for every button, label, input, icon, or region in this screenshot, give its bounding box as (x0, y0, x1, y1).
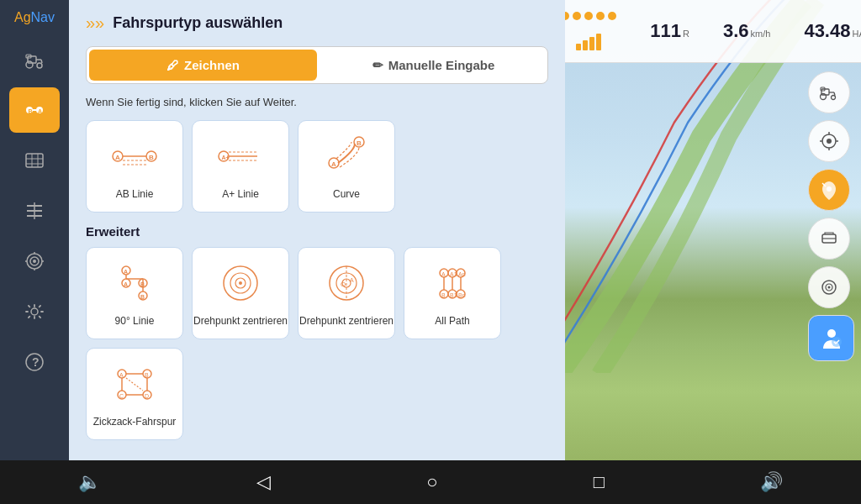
sidebar-item-guidance[interactable] (9, 188, 60, 234)
bottom-nav: 🔈 ◁ ○ □ 🔊 (0, 460, 861, 504)
tab-manual-label: Manuelle Eingabe (388, 58, 495, 72)
svg-text:C: C (119, 393, 124, 399)
volume-up-btn[interactable]: 🔊 (743, 465, 800, 500)
map-controls (808, 71, 854, 361)
option-pivot1[interactable]: Drehpunkt zentrieren (192, 247, 289, 339)
volume-down-btn[interactable]: 🔈 (61, 465, 118, 500)
svg-text:B: B (441, 292, 446, 298)
svg-point-22 (33, 260, 36, 263)
ha-unit: HA (852, 29, 861, 39)
sidebar-item-ab-line[interactable]: B A (9, 87, 60, 133)
svg-line-4 (41, 60, 42, 63)
basic-options-grid: A B AB Linie A+ (86, 120, 548, 213)
svg-point-113 (828, 286, 831, 289)
advanced-options-grid: A B A B 90° Linie (86, 247, 548, 440)
tab-bar: 🖊 Zeichnen ✏ Manuelle Eingabe (86, 46, 548, 84)
logo-ag: Ag (14, 10, 31, 25)
gps-bars (576, 25, 601, 50)
option-curve[interactable]: B A Curve (298, 120, 395, 213)
tab-manual[interactable]: ✏ Manuelle Eingabe (320, 47, 547, 83)
ab-linie-label: AB Linie (116, 188, 154, 202)
signal-dots (565, 12, 616, 20)
svg-text:Bn: Bn (458, 292, 466, 298)
option-zigzag[interactable]: A B C D Zickzack-Fahrspur (86, 348, 183, 440)
option-all-path[interactable]: B B1 Bn A A1 An (404, 247, 501, 339)
svg-text:A: A (119, 372, 124, 378)
svg-text:B: B (145, 372, 149, 378)
option-90-linie[interactable]: A B A B 90° Linie (86, 247, 183, 339)
gps-bar-4 (596, 34, 601, 50)
svg-text:B: B (149, 154, 154, 161)
sidebar-item-settings[interactable] (9, 289, 60, 334)
speed-value: 111 (650, 20, 681, 42)
svg-point-97 (832, 96, 836, 100)
map-btn-driver[interactable] (808, 315, 854, 361)
signal-dot-1 (565, 12, 569, 20)
svg-point-2 (37, 63, 42, 68)
sidebar-item-help[interactable]: ? (9, 339, 60, 385)
pivot1-icon (215, 258, 266, 308)
map-btn-layer[interactable] (808, 218, 850, 260)
svg-text:A: A (350, 277, 354, 283)
tab-draw-label: Zeichnen (184, 58, 240, 72)
svg-point-60 (239, 281, 242, 285)
sidebar-item-tractor[interactable] (9, 37, 60, 82)
90-linie-icon: A B A B (109, 258, 160, 308)
option-ab-linie[interactable]: A B AB Linie (86, 120, 183, 213)
home-btn[interactable]: ○ (409, 465, 454, 500)
back-btn[interactable]: ◁ (240, 465, 288, 500)
map-btn-tractor[interactable] (808, 71, 850, 113)
svg-text:B: B (140, 294, 145, 300)
signal-dot-2 (573, 12, 581, 20)
map-btn-active-orange[interactable] (808, 169, 850, 211)
option-pivot2[interactable]: O A Drehpunkt zentrieren (298, 247, 395, 339)
svg-text:D: D (145, 393, 149, 399)
sidebar-item-signal[interactable] (9, 239, 60, 284)
gps-signal-item (565, 12, 616, 50)
tab-manual-icon: ✏ (372, 58, 383, 73)
svg-text:B: B (357, 139, 362, 147)
map-area: 111 R 3.6 km/h 43.48 HA (565, 0, 861, 460)
svg-text:A: A (124, 269, 128, 275)
tab-draw[interactable]: 🖊 Zeichnen (89, 50, 317, 81)
svg-text:A: A (38, 108, 42, 114)
option-aplus-linie[interactable]: A+ A+ Linie (192, 120, 289, 213)
kmh-unit: km/h (751, 29, 771, 39)
svg-text:?: ? (32, 355, 40, 369)
sidebar: AgNav B A (0, 0, 69, 460)
arrows-icon: »» (86, 13, 104, 33)
svg-text:A: A (115, 154, 120, 161)
90-linie-label: 90° Linie (115, 315, 155, 328)
speed-item: 111 R (650, 20, 689, 42)
map-status-bar: 111 R 3.6 km/h 43.48 HA (565, 0, 861, 63)
speed-suffix: R (683, 29, 689, 39)
signal-dot-5 (608, 12, 616, 20)
svg-line-94 (126, 378, 143, 391)
svg-line-99 (834, 92, 835, 96)
ha-value: 43.48 (804, 20, 850, 42)
svg-rect-11 (26, 154, 43, 167)
svg-text:B: B (29, 108, 33, 114)
curve-icon: B A (321, 131, 372, 181)
advanced-section-label: Erweitert (86, 224, 548, 239)
zigzag-icon: A B C D (109, 359, 160, 409)
svg-text:O: O (341, 281, 346, 288)
svg-text:A: A (124, 281, 128, 287)
gps-bar-1 (576, 44, 581, 50)
ab-linie-icon: A B (109, 131, 160, 181)
all-path-icon: B B1 Bn A A1 An (427, 258, 478, 308)
svg-text:A: A (331, 160, 336, 168)
sidebar-item-field[interactable] (9, 138, 60, 183)
svg-text:A+: A+ (222, 155, 230, 160)
ha-item: 43.48 HA (804, 20, 861, 42)
all-path-label: All Path (435, 315, 469, 328)
kmh-value: 3.6 (723, 20, 749, 42)
recent-apps-btn[interactable]: □ (577, 465, 621, 500)
map-btn-location[interactable] (808, 120, 850, 162)
kmh-item: 3.6 km/h (723, 20, 770, 42)
svg-point-107 (827, 186, 832, 192)
panel-header: »» Fahrspurtyp auswählen (86, 13, 548, 33)
instruction-text: Wenn Sie fertig sind, klicken Sie auf We… (86, 96, 548, 108)
map-btn-camera[interactable] (808, 266, 850, 308)
curve-label: Curve (333, 188, 360, 202)
